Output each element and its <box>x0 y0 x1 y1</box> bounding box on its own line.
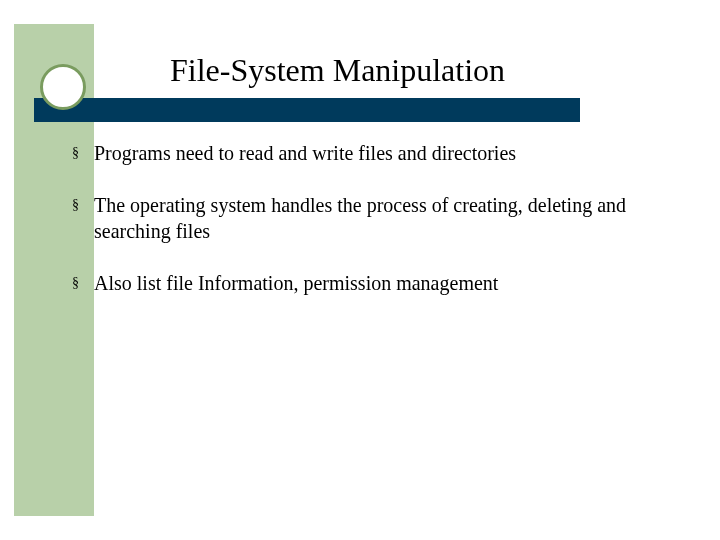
bullet-marker-icon: § <box>72 140 82 166</box>
bullet-text: Programs need to read and write files an… <box>94 140 516 166</box>
bullet-list: § Programs need to read and write files … <box>72 140 684 322</box>
bullet-marker-icon: § <box>72 270 82 296</box>
bullet-text: Also list file Information, permission m… <box>94 270 498 296</box>
list-item: § Also list file Information, permission… <box>72 270 684 296</box>
slide-title: File-System Manipulation <box>170 52 650 89</box>
bullet-text: The operating system handles the process… <box>94 192 684 244</box>
decorative-circle-icon <box>40 64 86 110</box>
title-area: File-System Manipulation <box>170 52 650 89</box>
list-item: § The operating system handles the proce… <box>72 192 684 244</box>
bullet-marker-icon: § <box>72 192 82 218</box>
list-item: § Programs need to read and write files … <box>72 140 684 166</box>
title-underline-bar <box>34 98 580 122</box>
